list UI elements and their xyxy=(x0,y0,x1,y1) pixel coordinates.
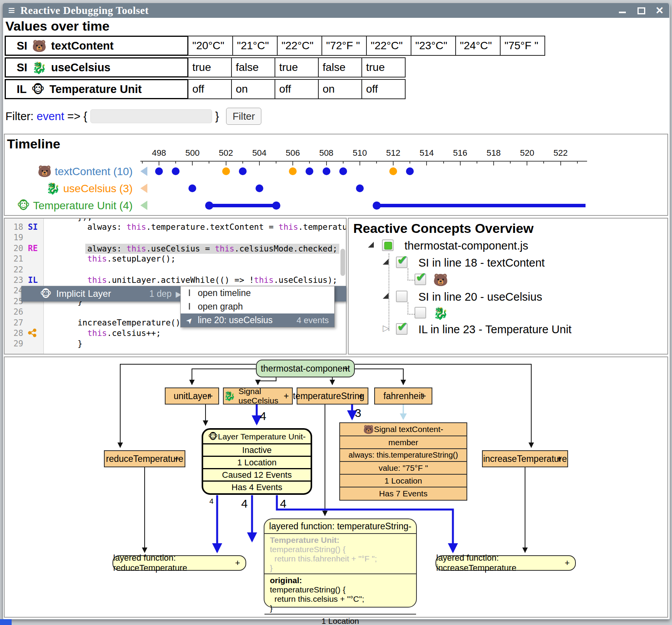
tree-expander-expanded-icon[interactable] xyxy=(368,242,374,248)
node-location-row[interactable]: 1 Location xyxy=(264,614,416,625)
value-cell: true xyxy=(275,57,319,77)
collapse-toggle[interactable]: - xyxy=(441,424,443,434)
hamburger-menu-icon[interactable]: ≡ xyxy=(8,5,15,16)
original-code-section: original: temperatureString() { return t… xyxy=(264,573,416,614)
node-events-row[interactable]: Has 7 Events xyxy=(340,487,466,499)
tree-expander-expanded-icon[interactable] xyxy=(383,293,389,299)
maximize-button[interactable] xyxy=(637,6,645,15)
timeline-event-dot[interactable] xyxy=(389,167,397,175)
tree-checkbox-green-fill[interactable] xyxy=(382,239,394,251)
code-scrollbar-thumb[interactable] xyxy=(340,249,345,276)
tree-checkbox-unchecked[interactable] xyxy=(415,307,426,319)
graph-node-temperatureString[interactable]: temperatureString + xyxy=(297,387,368,405)
close-button[interactable]: ✕ xyxy=(655,6,664,15)
tree-checkbox-unchecked[interactable] xyxy=(396,291,408,302)
concept-marker-SI[interactable]: SI xyxy=(28,222,42,232)
tree-checkbox-checked[interactable]: ✔ xyxy=(415,274,426,285)
code-text: } xyxy=(78,339,83,348)
timeline-event-dot[interactable] xyxy=(172,167,180,175)
filter-arrow: => xyxy=(67,110,80,123)
timeline-event-dot[interactable] xyxy=(339,167,347,175)
expand-toggle[interactable]: + xyxy=(557,454,562,464)
timeline-event-dot[interactable] xyxy=(155,167,163,175)
filter-input[interactable] xyxy=(90,109,212,123)
expand-toggle[interactable]: + xyxy=(235,558,240,568)
timeline-row-label[interactable]: 🐉useCelsius (3) xyxy=(5,182,133,195)
expand-toggle[interactable]: + xyxy=(359,391,364,401)
monkey-icon: 🐵 xyxy=(17,199,30,212)
timeline-event-dot[interactable] xyxy=(256,184,263,192)
value-cell: false xyxy=(231,57,275,77)
line-number: 28 xyxy=(8,329,23,338)
submenu-item[interactable]: open graph xyxy=(181,300,334,313)
timeline-start-marker[interactable] xyxy=(140,167,147,176)
submenu-item[interactable]: ➤line 20: useCelsius4 events xyxy=(181,313,334,327)
axis-tick-label: 500 xyxy=(179,148,206,158)
collapse-toggle[interactable]: - xyxy=(408,521,411,532)
axis-tick-label: 522 xyxy=(547,148,574,158)
timeline-active-segment[interactable] xyxy=(377,204,586,207)
timeline-start-marker[interactable] xyxy=(140,201,147,210)
graph-node-layered-reduceTemperature[interactable]: layered function: reduceTemperature + xyxy=(112,555,246,571)
timeline-row-label[interactable]: 🐻textContent (10) xyxy=(5,165,133,178)
code-line-19: 19 xyxy=(5,233,346,244)
share-icon[interactable] xyxy=(28,329,42,339)
graph-node-unitLayer[interactable]: unitLayer + xyxy=(165,387,219,405)
overview-title: Reactive Concepts Overview xyxy=(353,221,534,236)
expand-toggle[interactable]: + xyxy=(565,558,570,568)
timeline-event-dot[interactable] xyxy=(188,184,196,192)
timeline-event-dot[interactable] xyxy=(323,167,330,175)
graph-node-reduceTemperature[interactable]: reduceTemperature + xyxy=(104,450,185,467)
value-cell: "75°F " xyxy=(500,36,545,56)
node-caused-row[interactable]: Caused 12 Events xyxy=(203,468,311,480)
timeline-event-dot[interactable] xyxy=(239,167,247,175)
filter-label: Filter: xyxy=(5,110,34,123)
node-location-row[interactable]: 1 Location xyxy=(340,474,466,487)
graph-node-layered-increaseTemperature[interactable]: layered function: increaseTemperature + xyxy=(435,555,576,571)
line-number: 21 xyxy=(8,254,23,263)
timeline-bar-icon xyxy=(181,288,198,298)
segment-start-cap xyxy=(373,201,381,210)
timeline-event-dot[interactable] xyxy=(306,167,313,175)
graph-node-layered-temperatureString[interactable]: layered function: temperatureString - Te… xyxy=(264,518,417,608)
expand-toggle[interactable]: + xyxy=(208,391,213,401)
graph-node-thermostat-component[interactable]: thermostat-component + xyxy=(256,360,355,377)
minimize-button[interactable] xyxy=(618,6,627,15)
expand-toggle[interactable]: + xyxy=(284,391,289,401)
graph-node-signal-textContent[interactable]: 🐻 Signal textContent - member always: th… xyxy=(339,422,467,501)
timeline-active-segment[interactable] xyxy=(209,204,276,207)
expand-toggle[interactable]: + xyxy=(174,454,179,464)
concept-marker-RE[interactable]: RE xyxy=(28,244,42,253)
monkey-icon: 🐵 xyxy=(31,83,45,96)
axis-tick-label: 518 xyxy=(480,148,507,158)
node-location-row[interactable]: 1 Location xyxy=(203,456,311,468)
graph-node-fahrenheit[interactable]: fahrenheit + xyxy=(374,387,432,405)
axis-tick-label: 498 xyxy=(145,148,173,158)
graph-node-increaseTemperature[interactable]: increaseTemperature + xyxy=(482,450,568,467)
timeline-event-dot[interactable] xyxy=(222,167,230,175)
node-events-row[interactable]: Has 4 Events xyxy=(203,480,311,493)
submenu-item[interactable]: open timeline xyxy=(181,286,334,300)
tree-checkbox-checked[interactable]: ✔ xyxy=(396,257,408,268)
graph-node-layer-temperature-unit[interactable]: 🐵 Layer Temperature Unit - Inactive 1 Lo… xyxy=(202,428,312,495)
collapse-toggle[interactable]: - xyxy=(303,432,306,442)
tree-expander-expanded-icon[interactable] xyxy=(383,259,389,265)
bear-icon: 🐻 xyxy=(38,165,52,178)
segment-start-cap xyxy=(205,201,213,210)
tree-checkbox-checked[interactable]: ✔ xyxy=(396,323,408,335)
concept-marker-IL[interactable]: IL xyxy=(28,275,42,285)
filter-button[interactable]: Filter xyxy=(226,108,262,125)
expand-toggle[interactable]: + xyxy=(344,363,349,374)
graph-node-signal-useCelsius[interactable]: 🐉 Signal useCelsius + xyxy=(223,387,293,405)
values-over-time-heading: Values over time xyxy=(5,19,109,34)
value-cell: false xyxy=(318,57,362,77)
timeline-event-dot[interactable] xyxy=(356,184,364,192)
values-table-row: IL🐵Temperature Unitoffonoffonoff xyxy=(5,79,545,99)
expand-toggle[interactable]: + xyxy=(421,391,426,401)
timeline-row-label[interactable]: 🐵Temperature Unit (4) xyxy=(5,199,133,212)
timeline-start-marker[interactable] xyxy=(140,184,147,193)
timeline-event-dot[interactable] xyxy=(406,167,414,175)
timeline-event-dot[interactable] xyxy=(289,167,297,175)
axis-tick-label: 510 xyxy=(346,148,373,158)
code-line-28: 28this.celsius++; xyxy=(5,329,346,339)
